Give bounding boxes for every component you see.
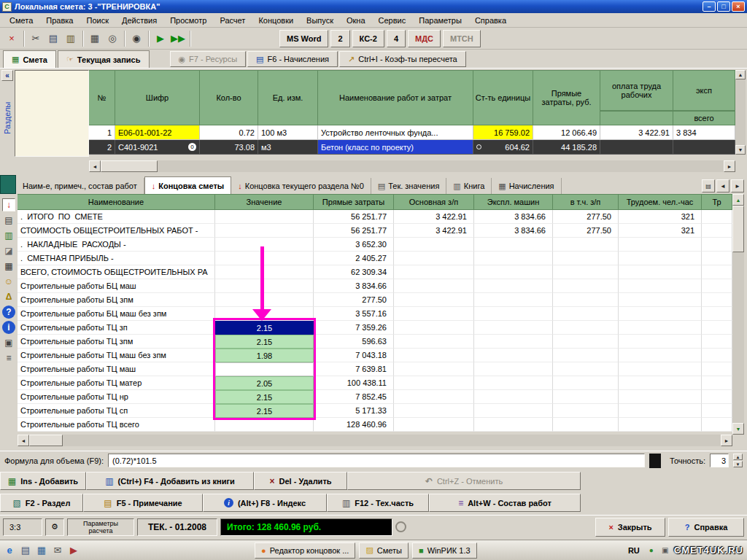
grid-cell-labor[interactable] [619, 335, 702, 349]
grid-cell-labor[interactable]: 321 [619, 210, 702, 224]
cell-labor[interactable]: 3 422.91 [600, 125, 673, 140]
estimate-row-selected[interactable]: 2 С401-9021 0 73.08 м3 Бетон (класс по п… [89, 140, 735, 155]
bottom-grid-row[interactable]: СТОИМОСТЬ ОБЩЕСТРОИТЕЛЬНЫХ РАБОТ -56 251… [18, 224, 732, 238]
column-header[interactable]: Основная з/п [394, 194, 474, 210]
clipboard-icon[interactable]: ▥ [2, 229, 15, 242]
grid-cell-base[interactable] [394, 321, 474, 335]
grid-cell-name[interactable]: . ИТОГО ПО СМЕТЕ [18, 210, 215, 224]
grid-cell-name[interactable]: Строительные работы ТЦ маш [18, 362, 215, 376]
grid-cell-name[interactable]: Строительные работы ТЦ зп [18, 321, 215, 335]
grid-cell-tr[interactable] [702, 349, 732, 362]
language-indicator[interactable]: RU [625, 545, 643, 556]
index-button[interactable]: i (Alt+) F8 - Индекс [203, 494, 327, 512]
grid-cell-mach[interactable] [474, 293, 553, 307]
grid-cell-direct[interactable]: 7 359.26 [314, 321, 394, 335]
grid-cell-mach[interactable]: 3 834.66 [474, 224, 553, 238]
list-icon[interactable]: ≡ [2, 351, 15, 365]
column-header-qty[interactable]: Кол-во [200, 70, 258, 125]
cell-unit-cost[interactable]: 16 759.02 [473, 125, 533, 140]
grid-cell-tr[interactable] [702, 224, 732, 238]
sections-vertical-tab[interactable]: Разделы [1, 85, 14, 152]
grid-cell-base[interactable] [394, 307, 474, 321]
tab-charges[interactable]: ▦Начисления [492, 178, 561, 194]
cell-code[interactable]: С401-9021 0 [115, 140, 200, 155]
cell-direct[interactable]: 12 066.49 [533, 125, 600, 140]
grid-cell-value[interactable] [215, 210, 314, 224]
close-estimate-button[interactable]: × Закрыть [595, 518, 665, 537]
grid-cell-mach[interactable] [474, 349, 553, 362]
grid-cell-base[interactable]: 3 422.91 [394, 210, 474, 224]
grid-cell-name[interactable]: Строительные работы БЦ зпм [18, 293, 215, 307]
grid-cell-name[interactable]: ВСЕГО, СТОИМОСТЬ ОБЩЕСТРОИТЕЛЬНЫХ РА [18, 265, 215, 279]
grid-cell-tr[interactable] [702, 376, 732, 390]
grid-cell-mach[interactable]: 3 834.66 [474, 210, 553, 224]
grid-cell-mach_sal[interactable] [553, 335, 619, 349]
section-button[interactable]: ▧ F2 - Раздел [0, 494, 83, 512]
grid-cell-mach[interactable] [474, 265, 553, 279]
column-header-unit-cost[interactable]: Ст-ть единицы [473, 70, 533, 125]
formula-input[interactable]: (0.72)*101.5 [108, 454, 645, 467]
undo-button[interactable]: ↶ Ctrl+Z - Отменить [347, 472, 581, 490]
grid-cell-value[interactable] [215, 293, 314, 307]
grid-cell-tr[interactable] [702, 390, 732, 404]
tab-charges[interactable]: ▤ F6 - Начисления [247, 51, 338, 67]
grid-cell-mach_sal[interactable] [553, 418, 619, 432]
grid-cell-mach_sal[interactable] [553, 307, 619, 321]
grid-cell-mach_sal[interactable] [553, 279, 619, 293]
grid-cell-direct[interactable]: 3 652.30 [314, 238, 394, 252]
toolbar-text-button[interactable]: МТСН [443, 30, 481, 47]
tab-current-values[interactable]: ▤Тек. значения [371, 178, 447, 194]
cut-icon[interactable]: ✂ [27, 30, 44, 47]
grid-cell-value[interactable] [215, 224, 314, 238]
grid-cell-mach_sal[interactable] [553, 390, 619, 404]
cell-qty[interactable]: 0.72 [200, 125, 258, 140]
tab-names[interactable]: Наим-е, примеч., состав работ [16, 178, 144, 194]
grid-cell-tr[interactable] [702, 362, 732, 376]
grid-cell-value[interactable] [215, 279, 314, 293]
grid-cell-base[interactable] [394, 404, 474, 418]
grid-cell-value[interactable] [215, 265, 314, 279]
grid-cell-direct[interactable]: 128 460.96 [314, 418, 394, 432]
toolbar-text-button[interactable]: КС-2 [352, 30, 384, 47]
scroll-right-icon[interactable]: ► [721, 435, 732, 446]
scroll-right-icon[interactable]: ► [724, 160, 735, 172]
column-header[interactable]: Тр [702, 194, 732, 210]
scroll-left-icon[interactable]: ◄ [18, 435, 29, 446]
grid-cell-direct[interactable]: 5 171.33 [314, 404, 394, 418]
minimize-button[interactable]: – [703, 1, 716, 12]
grid-cell-base[interactable] [394, 265, 474, 279]
menu-item[interactable]: Окна [340, 14, 372, 27]
toolbar-text-button[interactable]: 2 [330, 30, 349, 47]
pages-icon[interactable]: ▣ [2, 336, 15, 349]
tray-volume-icon[interactable]: ▣ [660, 545, 670, 556]
column-header-labor[interactable]: оплата труда рабочих [600, 70, 673, 111]
smiley-icon[interactable]: ☺ [2, 275, 15, 288]
grid-cell-direct[interactable]: 56 251.77 [314, 210, 394, 224]
bottom-grid-row[interactable]: Строительные работы ТЦ нр2.157 852.45 [18, 390, 732, 404]
column-header-code[interactable]: Шифр [115, 70, 200, 125]
bottom-grid-row[interactable]: Строительные работы ТЦ зпм2.15596.63 [18, 335, 732, 349]
grid-cell-mach[interactable] [474, 238, 553, 252]
estimate-grid-vscrollbar[interactable]: ▲ ▼ [735, 70, 746, 155]
grid-cell-base[interactable] [394, 279, 474, 293]
grid-cell-mach_sal[interactable] [553, 238, 619, 252]
column-header[interactable]: Значение [215, 194, 314, 210]
grid-cell-labor[interactable] [619, 265, 702, 279]
scroll-thumb[interactable] [732, 206, 744, 252]
delete-button[interactable]: × Del - Удалить [254, 472, 347, 490]
toolbar-text-button[interactable]: МДС [408, 30, 441, 47]
bottom-grid-row[interactable]: Строительные работы БЦ маш без зпм3 557.… [18, 307, 732, 321]
column-header-unit[interactable]: Ед. изм. [258, 70, 318, 125]
grid-cell-base[interactable] [394, 390, 474, 404]
menu-item[interactable]: Выпуск [300, 14, 340, 27]
tab-resources[interactable]: ◉ F7 - Ресурсы [170, 51, 247, 67]
document-icon[interactable]: ▤ [2, 214, 15, 227]
precision-input[interactable]: 3 [710, 454, 729, 467]
grid-cell-labor[interactable] [619, 321, 702, 335]
scroll-left-icon[interactable]: ◄ [89, 160, 101, 172]
print-icon[interactable]: ▦ [86, 30, 104, 47]
menu-item[interactable]: Смета [3, 14, 39, 27]
scroll-down-icon[interactable]: ▼ [732, 423, 744, 435]
grid-cell-base[interactable]: 3 422.91 [394, 224, 474, 238]
delete-icon[interactable]: × [3, 30, 20, 47]
